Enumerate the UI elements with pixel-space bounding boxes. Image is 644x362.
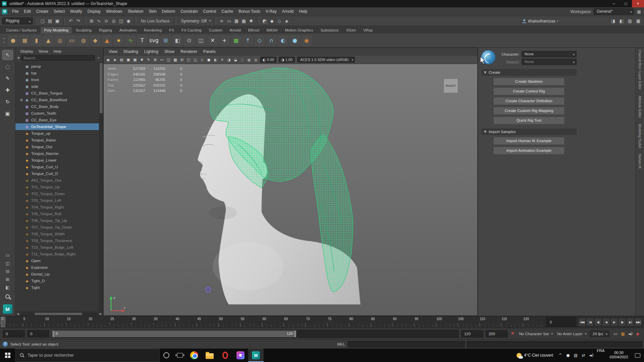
outliner-item[interactable]: T09_Tongue_Thickness	[15, 237, 99, 244]
range-slider-handle[interactable]: 0 120	[52, 330, 296, 337]
menu-item[interactable]: Constrain	[178, 7, 200, 16]
go-to-end-button[interactable]: ▶▶|	[635, 318, 642, 326]
select-tool[interactable]: ↖	[3, 50, 13, 60]
menu-set-select[interactable]: Rigging	[2, 17, 33, 24]
play-forwards-button[interactable]: ▶	[610, 318, 618, 326]
shelf-tab[interactable]: Bifrost	[245, 27, 263, 34]
xray-icon[interactable]: ◍	[246, 56, 252, 63]
animation-end-field[interactable]: 200	[486, 330, 508, 338]
sidebar-vertical-tab[interactable]: Attribute Editor	[638, 96, 642, 118]
shelf-tab[interactable]: Rigging	[96, 27, 115, 34]
humanik-button[interactable]: Import Human IK Example	[493, 137, 565, 145]
mel-command-input[interactable]	[347, 341, 465, 348]
mute-icon[interactable]: ◄)	[627, 330, 634, 338]
render-settings-icon[interactable]: ✱	[248, 17, 255, 25]
outliner-item[interactable]: side	[15, 83, 99, 90]
outliner-item[interactable]: T01_Tongue_Up	[15, 184, 99, 190]
step-forward-frame-button[interactable]: |▶	[619, 318, 626, 326]
lasso-tool[interactable]: ◌	[3, 62, 13, 71]
outliner-item[interactable]: T06_Tongue_Tip_Up	[15, 217, 99, 224]
open-scene-icon[interactable]: ▤	[46, 17, 54, 25]
shelf-tab[interactable]: MASH	[263, 27, 281, 34]
menu-item[interactable]: Edit	[21, 7, 34, 16]
playback-options-icon[interactable]: ▭	[612, 330, 619, 338]
type-tool-icon[interactable]: T	[137, 35, 148, 46]
outliner-horizontal-scrollbar[interactable]: ◀ ▶	[15, 311, 103, 316]
character-set-select[interactable]: No Character Set	[518, 332, 553, 336]
menu-item[interactable]: Modify	[67, 7, 85, 16]
outliner-item[interactable]: Explosive	[15, 264, 99, 271]
multi-cut-icon[interactable]: ✕	[207, 35, 218, 46]
shelf-tab[interactable]: Poly Modeling	[41, 27, 71, 34]
menu-item[interactable]: Deform	[159, 7, 178, 16]
outliner-item[interactable]: T08_Tongue_Width	[15, 231, 99, 237]
playback-start-field[interactable]: 0	[27, 330, 49, 338]
paint-select-tool[interactable]: ✎	[3, 74, 13, 83]
shadows-icon[interactable]: ◑	[226, 56, 232, 63]
viewport-3d-scene[interactable]	[104, 64, 477, 315]
filter-icon[interactable]: ▼	[17, 56, 20, 60]
poly-pyramid-icon[interactable]: ▲	[102, 35, 112, 46]
language-indicator[interactable]: FRA	[595, 349, 606, 362]
expand-icon[interactable]: ⊞	[20, 98, 24, 102]
cortana-button[interactable]	[160, 349, 173, 362]
connect-icon[interactable]: +	[219, 35, 230, 46]
snap-to-curve-icon[interactable]: ∿	[95, 17, 103, 25]
quad-draw-icon[interactable]: ▦	[231, 35, 241, 46]
auto-key-icon[interactable]: ◆	[634, 330, 641, 338]
outliner-item[interactable]: Dental_Lip	[15, 271, 99, 278]
viewport-menu-item[interactable]: Renderer	[177, 49, 200, 54]
viewport-menu-item[interactable]: Show	[161, 49, 177, 54]
render-current-frame-icon[interactable]: ▦	[233, 17, 240, 25]
outliner-item[interactable]: Open	[15, 257, 99, 264]
mel-toggle[interactable]: MEL	[335, 342, 347, 346]
network-icon[interactable]: ⇄	[580, 353, 587, 358]
viewport-menu-item[interactable]: Shading	[120, 49, 141, 54]
poly-disc-icon[interactable]: ◍	[78, 35, 89, 46]
play-backwards-button[interactable]: ◀	[602, 318, 610, 326]
grease-pencil-icon[interactable]: ✎	[145, 56, 152, 63]
scrollbar-thumb[interactable]	[35, 313, 82, 315]
redo-icon[interactable]: ↷	[74, 17, 82, 25]
outliner-item[interactable]: Tongue_Narrow	[15, 150, 99, 157]
shaded-mode-icon[interactable]: ●	[206, 56, 212, 63]
camera-attributes-icon[interactable]: ▤	[118, 56, 125, 63]
poly-plane-icon[interactable]: ▭	[66, 35, 77, 46]
clock[interactable]: 00:30 03/04/2022	[606, 349, 631, 362]
viewport-menu-item[interactable]: View	[106, 49, 120, 54]
animation-start-field[interactable]: 0	[3, 330, 25, 338]
scale-tool[interactable]: ▣	[3, 109, 13, 118]
bridge-icon[interactable]: ∩	[266, 35, 277, 46]
viewport-menu-item[interactable]: Lighting	[141, 49, 161, 54]
menu-item[interactable]: Bonus Tools	[236, 7, 263, 16]
maya-app-icon[interactable]: M	[248, 349, 264, 362]
grid-toggle-icon[interactable]: ⊞	[152, 56, 158, 63]
shelf-tab[interactable]: VRay	[360, 27, 376, 34]
shelf-tab[interactable]: Arnold	[226, 27, 244, 34]
menu-item[interactable]: Help	[296, 7, 310, 16]
humanik-button[interactable]: Import Animation Example	[493, 147, 565, 155]
character-select[interactable]: None	[522, 51, 577, 57]
target-weld-icon[interactable]: ⊙	[184, 35, 195, 46]
shelf-tab[interactable]: Substance	[317, 27, 342, 34]
gate-mask-icon[interactable]: ▩	[172, 56, 178, 63]
poly-sphere-icon[interactable]: ●	[8, 35, 18, 46]
shelf-tab[interactable]: Custom	[206, 27, 226, 34]
file-explorer-app-icon[interactable]	[202, 349, 217, 362]
outliner-search-input[interactable]: Search...	[21, 55, 95, 61]
lock-camera-icon[interactable]: ◈	[112, 56, 118, 63]
menu-item[interactable]: File	[9, 7, 21, 16]
outliner-menu-item[interactable]: Show	[36, 49, 51, 53]
viewport-menu-item[interactable]: Panels	[200, 49, 219, 54]
menu-item[interactable]: Skin	[146, 7, 159, 16]
safe-title-icon[interactable]: ◱	[192, 56, 199, 63]
outliner-item[interactable]: Tongue_Lower	[15, 157, 99, 164]
create-section-header[interactable]: ▼ Create	[481, 69, 577, 76]
outliner-item[interactable]: T02_Tongue_Down	[15, 190, 99, 197]
outliner-persp-layout-button[interactable]: ◧	[3, 284, 12, 291]
highlight-selection-icon[interactable]: ◈	[283, 17, 290, 25]
outliner-item[interactable]: A52_Tongue_Out	[15, 177, 99, 184]
touch-keyboard-icon[interactable]: ▤	[572, 353, 580, 358]
shelf-tab[interactable]: Animation	[116, 27, 140, 34]
playhead[interactable]	[1, 317, 5, 327]
